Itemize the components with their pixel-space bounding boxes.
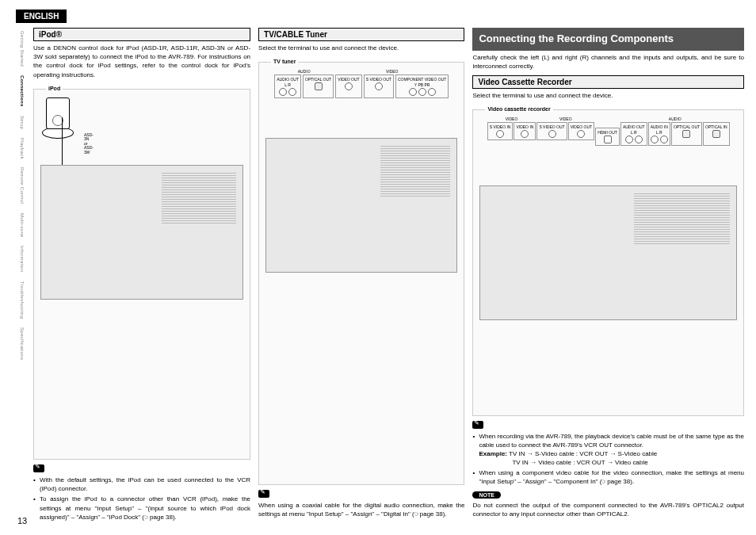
rear-panel-diagram <box>40 165 243 300</box>
vcr-diagram: Video cassette recorder VIDEO S VIDEO IN… <box>472 109 744 415</box>
audio-group: AUDIO <box>298 69 311 74</box>
sidebar-item-remote[interactable]: Remote Control <box>16 164 25 207</box>
ipod-note-1: With the default settings, the iPod can … <box>33 476 250 493</box>
optical-out: OPTICAL OUT <box>671 122 702 146</box>
example-line-1: TV IN → S-Video cable : VCR OUT → S-Vide… <box>509 450 657 457</box>
ipod-notes: With the default settings, the iPod can … <box>33 476 250 523</box>
note-text: Do not connect the output of the compone… <box>472 501 744 518</box>
sidebar-item-troubleshooting[interactable]: Troubleshooting <box>16 278 25 322</box>
audio-out-connector: AUDIO OUT L R <box>274 75 301 98</box>
sidebar-item-specifications[interactable]: Specifications <box>16 324 25 363</box>
example-line-2: TV IN → Video cable : VCR OUT → Video ca… <box>479 459 647 466</box>
sidebar-item-playback[interactable]: Playback <box>16 135 25 162</box>
column-tvcable: TV/CABLE Tuner Select the terminal to us… <box>258 28 464 523</box>
pencil-icon <box>33 464 44 472</box>
svideo-out: S VIDEO OUT <box>536 122 567 140</box>
example-label: Example: <box>479 450 507 457</box>
vcr-intro: Select the terminal to use and connect t… <box>472 91 744 100</box>
note-tag: NOTE <box>472 491 500 499</box>
video-group-out: VIDEO <box>559 117 572 121</box>
video-out: VIDEO OUT <box>568 122 595 140</box>
rear-panel-diagram-2 <box>265 138 457 273</box>
page-number: 13 <box>17 516 27 525</box>
video-group-in: VIDEO <box>506 117 518 121</box>
audio-out: AUDIO OUTL R <box>620 122 647 146</box>
ipod-device-note: ASD-3N or ASD-3W <box>84 133 94 155</box>
ipod-device-icon: ASD-3N or ASD-3W <box>46 97 82 157</box>
tvcable-diagram: TV tuner AUDIO AUDIO OUT L R OPTICAL OUT <box>258 62 464 484</box>
tvcable-diagram-label: TV tuner <box>271 59 298 64</box>
audio-in: AUDIO INL R <box>648 122 670 146</box>
optical-in: OPTICAL IN <box>703 122 730 146</box>
pencil-icon <box>472 421 483 429</box>
vcr-connector-row: VIDEO S VIDEO IN VIDEO IN VIDEO S VIDEO … <box>473 117 743 146</box>
svideo-in: S VIDEO IN <box>487 122 514 140</box>
nav-sidebar: Getting Started Connections Setup Playba… <box>16 28 25 472</box>
language-tag: ENGLISH <box>16 10 67 23</box>
recording-major-header: Connecting the Recording Components <box>472 28 744 51</box>
svideo-out-connector: S VIDEO OUT <box>364 75 394 98</box>
vcr-header: Video Cassette Recorder <box>472 75 744 89</box>
tvcable-intro: Select the terminal to use and connect t… <box>258 44 464 52</box>
ipod-note-2: To assign the iPod to a connector other … <box>33 495 250 522</box>
sidebar-item-getting-started[interactable]: Getting Started <box>16 28 25 70</box>
vcr-note-1: When recording via the AVR-789, the play… <box>472 432 744 468</box>
rear-panel-diagram-3 <box>479 185 737 320</box>
vcr-note-2: When using a component video cable for t… <box>472 468 744 486</box>
column-recording: Connecting the Recording Components Care… <box>472 28 744 523</box>
ipod-intro: Use a DENON control dock for iPod (ASD-1… <box>33 44 250 79</box>
vcr-notes: When recording via the AVR-789, the play… <box>472 432 744 488</box>
sidebar-item-multizone[interactable]: Multi-zone <box>16 210 25 241</box>
main-content: iPod® Use a DENON control dock for iPod … <box>33 28 744 523</box>
vcr-diagram-label: Video cassette recorder <box>485 106 552 112</box>
tvcable-note: When using a coaxial cable for the digit… <box>258 501 464 518</box>
video-out-connector: VIDEO OUT <box>335 75 362 98</box>
ipod-header: iPod® <box>33 28 250 41</box>
ipod-diagram-label: iPod <box>46 86 63 91</box>
pencil-icon <box>258 490 269 498</box>
recording-intro: Carefully check the left (L) and right (… <box>472 53 744 71</box>
hdmi-out: HDMI OUT <box>595 128 620 146</box>
tv-connector-row: AUDIO AUDIO OUT L R OPTICAL OUT <box>259 69 464 98</box>
video-group: VIDEO <box>386 69 399 74</box>
column-ipod: iPod® Use a DENON control dock for iPod … <box>33 28 250 523</box>
tvcable-header: TV/CABLE Tuner <box>258 28 464 41</box>
sidebar-item-information[interactable]: Information <box>16 243 25 275</box>
video-in: VIDEO IN <box>514 122 536 140</box>
audio-group-vcr: AUDIO <box>669 117 682 121</box>
ipod-diagram: iPod ASD-3N or ASD-3W <box>33 89 250 460</box>
component-out-connector: COMPONENT VIDEO OUT Y PB PR <box>395 75 449 98</box>
sidebar-item-setup[interactable]: Setup <box>16 113 25 132</box>
optical-out-connector: OPTICAL OUT <box>303 75 334 98</box>
sidebar-item-connections[interactable]: Connections <box>16 72 25 110</box>
